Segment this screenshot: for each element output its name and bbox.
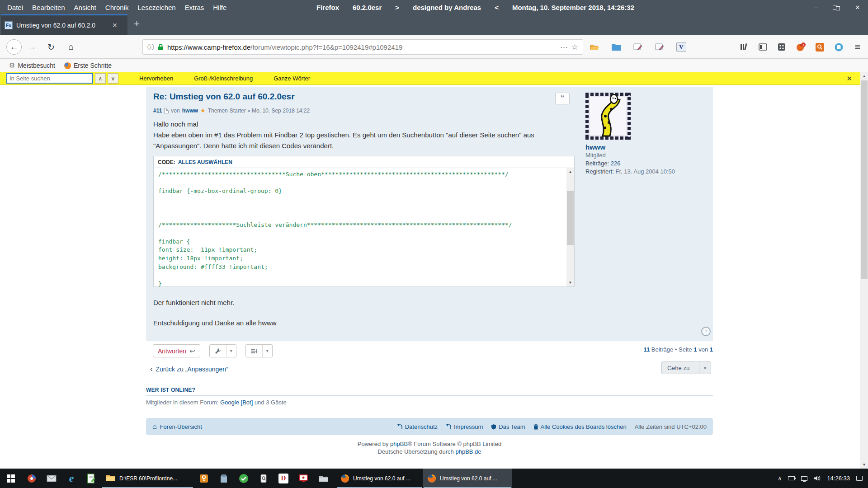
- back-to-top-button[interactable]: ↑: [701, 327, 711, 336]
- page-scrollbar[interactable]: ▲ ▼: [860, 72, 868, 469]
- forum-overview-link[interactable]: ⌂ Foren-Übersicht: [152, 422, 202, 431]
- taskbar-notepad-icon[interactable]: [81, 469, 101, 488]
- find-wholewords-toggle[interactable]: Ganze Wörter: [274, 75, 310, 82]
- scroll-down-arrow[interactable]: ▼: [860, 461, 868, 469]
- impressum-link[interactable]: Impressum: [446, 423, 483, 430]
- quote-button[interactable]: “: [555, 93, 570, 104]
- menu-ansicht[interactable]: Ansicht: [70, 4, 101, 11]
- tab-close-icon[interactable]: ✕: [112, 22, 118, 29]
- bookmark-star-icon[interactable]: ☆: [571, 42, 578, 52]
- profile-username-link[interactable]: hwww: [585, 143, 708, 151]
- taskbar-explorer-window[interactable]: D:\ESR 60\Profilordne...: [101, 469, 194, 488]
- action-center-icon[interactable]: [856, 476, 863, 481]
- avatar[interactable]: [585, 93, 631, 140]
- home-button[interactable]: ⌂: [63, 39, 79, 55]
- ghost-extension-icon[interactable]: [832, 41, 845, 53]
- menu-datei[interactable]: Datei: [3, 4, 28, 11]
- topic-tools-caret-icon[interactable]: ▾: [226, 345, 236, 357]
- taskbar-remote-desktop-icon[interactable]: [293, 469, 313, 488]
- sort-caret-icon[interactable]: ▾: [262, 345, 272, 357]
- tray-expand-chevron-icon[interactable]: ∧: [778, 475, 782, 482]
- dots-extension-icon[interactable]: [775, 41, 788, 53]
- find-matchcase-toggle[interactable]: Groß-/Kleinschreibung: [194, 75, 253, 82]
- phpbb-de-link[interactable]: phpBB.de: [455, 448, 481, 455]
- bookmark-meistbesucht[interactable]: ⚙ Meistbesucht: [9, 61, 55, 70]
- v-extension-icon[interactable]: V: [675, 41, 688, 53]
- tab-umstieg[interactable]: Fx Umstieg von 62.0 auf 60.2.0 ✕: [1, 14, 127, 35]
- delete-cookies-label: Alle Cookies des Boards löschen: [541, 423, 627, 430]
- taskbar-firefox-window-2[interactable]: Umstieg von 62.0 auf ...: [423, 469, 512, 488]
- post-number[interactable]: #11: [153, 108, 162, 114]
- taskbar-d-app-icon[interactable]: D: [274, 469, 293, 488]
- topic-tools-button[interactable]: ▾: [209, 344, 236, 357]
- taskbar-browser-logo-icon[interactable]: [22, 469, 42, 488]
- goto-button[interactable]: Gehe zu ▾: [661, 361, 711, 374]
- clock[interactable]: 14:26:33: [827, 475, 850, 482]
- menu-hamburger-icon[interactable]: ≡: [851, 41, 864, 53]
- taskbar-search-app-icon[interactable]: [254, 469, 274, 488]
- edit-note-icon[interactable]: [631, 41, 645, 53]
- code-scroll-up-arrow[interactable]: ▲: [566, 168, 574, 176]
- close-button[interactable]: ✕: [847, 0, 868, 14]
- taskbar-internet-explorer-icon[interactable]: e: [61, 469, 81, 488]
- back-to-forum-link[interactable]: ‹ Zurück zu „Anpassungen“: [150, 365, 228, 373]
- das-team-link[interactable]: Das Team: [491, 423, 525, 430]
- code-scrollbar[interactable]: ▲ ▼: [566, 168, 574, 286]
- find-previous-button[interactable]: ∧: [95, 73, 106, 84]
- reply-button[interactable]: Antworten ↩: [153, 344, 200, 357]
- library-icon[interactable]: [737, 41, 750, 53]
- menu-bearbeiten[interactable]: Bearbeiten: [28, 4, 70, 11]
- network-icon[interactable]: [801, 476, 807, 481]
- fox-badge-icon[interactable]: 1: [794, 41, 807, 53]
- blue-folder-icon[interactable]: [609, 41, 623, 53]
- battery-icon[interactable]: [788, 476, 795, 480]
- bookmark-erste-schritte[interactable]: Erste Schritte: [64, 62, 112, 69]
- back-button[interactable]: ←: [6, 39, 22, 55]
- volume-icon[interactable]: [814, 475, 821, 481]
- sidebar-toggle-icon[interactable]: [756, 41, 769, 53]
- reload-button[interactable]: ↻: [43, 39, 59, 55]
- scroll-up-arrow[interactable]: ▲: [860, 72, 868, 80]
- find-close-icon[interactable]: ✕: [846, 75, 852, 83]
- code-select-all-link[interactable]: ALLES AUSWÄHLEN: [178, 159, 232, 165]
- phpbb-link[interactable]: phpBB: [390, 441, 408, 447]
- open-folder-icon[interactable]: [588, 41, 601, 53]
- taskbar-file-manager-icon[interactable]: [313, 469, 333, 488]
- datenschutz-link[interactable]: Datenschutz: [397, 423, 438, 430]
- menu-extras[interactable]: Extras: [180, 4, 209, 11]
- sort-button[interactable]: ▾: [245, 344, 273, 357]
- edit-note2-icon[interactable]: [653, 41, 666, 53]
- taskbar-blue-app-icon[interactable]: [214, 469, 234, 488]
- restore-button[interactable]: [826, 0, 847, 14]
- menu-lesezeichen[interactable]: Lesezeichen: [133, 4, 180, 11]
- scroll-thumb[interactable]: [861, 80, 868, 279]
- post-title[interactable]: Re: Umstieg von 62.0 auf 60.2.0esr: [153, 92, 295, 102]
- page-info-icon[interactable]: ⓘ: [147, 43, 154, 52]
- code-scroll-thumb[interactable]: [567, 191, 574, 245]
- profile-posts-count-link[interactable]: 226: [611, 160, 621, 167]
- menu-hilfe[interactable]: Hilfe: [208, 4, 231, 11]
- search-extension-icon[interactable]: [813, 41, 826, 53]
- page-actions-icon[interactable]: ⋯: [560, 42, 568, 52]
- post-author-link[interactable]: hwww: [182, 108, 198, 114]
- menu-chronik[interactable]: Chronik: [101, 4, 133, 11]
- code-scroll-down-arrow[interactable]: ▼: [566, 279, 574, 286]
- powered-suffix: ® Forum Software © phpBB Limited: [408, 441, 501, 447]
- taskbar-mail-icon[interactable]: [42, 469, 61, 488]
- delete-cookies-link[interactable]: Alle Cookies des Boards löschen: [533, 423, 627, 430]
- taskbar-firefox-window-1[interactable]: Umstieg von 62.0 auf ...: [336, 469, 423, 488]
- find-input[interactable]: [6, 73, 93, 84]
- minimize-button[interactable]: –: [806, 0, 826, 14]
- find-next-button[interactable]: ∨: [108, 73, 118, 84]
- find-highlight-toggle[interactable]: Hervorheben: [139, 75, 173, 82]
- secure-lock-icon[interactable]: [158, 44, 164, 51]
- taskbar-keepass-icon[interactable]: [194, 469, 214, 488]
- url-bar[interactable]: ⓘ https://www.camp-firefox.de/forum/view…: [142, 39, 583, 55]
- google-bot-link[interactable]: Google [Bot]: [220, 399, 253, 406]
- goto-caret-icon[interactable]: ▾: [699, 362, 711, 374]
- start-button[interactable]: [0, 469, 22, 488]
- new-tab-button[interactable]: +: [134, 19, 140, 29]
- code-body[interactable]: /***********************************Such…: [154, 168, 566, 286]
- forward-button[interactable]: →: [24, 39, 40, 55]
- taskbar-antivirus-icon[interactable]: [234, 469, 254, 488]
